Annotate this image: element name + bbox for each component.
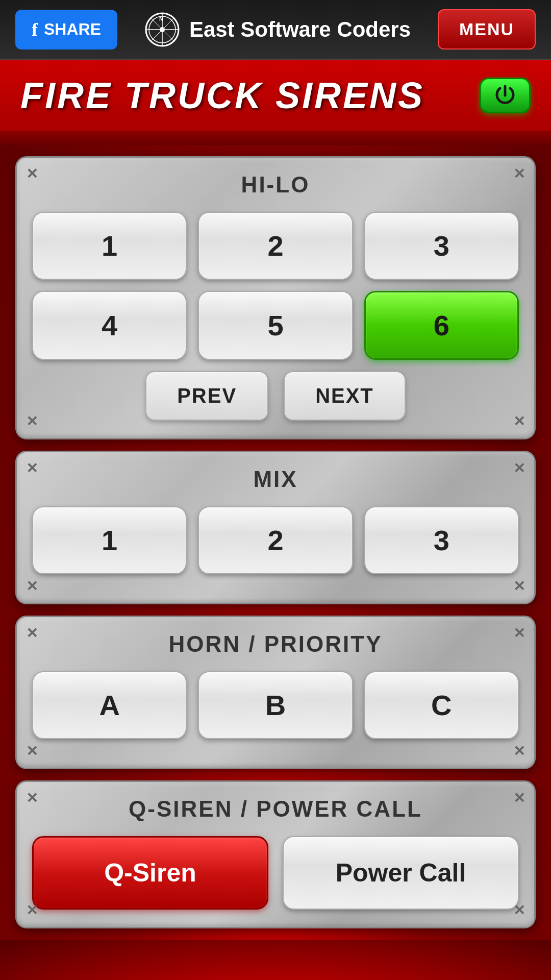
hilo-nav-buttons: PREV NEXT: [32, 371, 519, 421]
horn-btn-c[interactable]: C: [364, 671, 519, 739]
share-label: SHARE: [44, 20, 101, 39]
qsiren-screw-br: ✕: [513, 903, 525, 918]
hilo-panel: ✕ ✕ HI-LO 1 2 3 4 5 6 PREV NEXT: [15, 156, 536, 439]
mix-btn-3[interactable]: 3: [364, 506, 519, 574]
svg-text:N: N: [159, 16, 163, 22]
screw-bl: ✕: [26, 414, 38, 429]
divider: [0, 133, 551, 145]
power-call-button[interactable]: Power Call: [283, 836, 519, 910]
horn-panel-title: HORN / PRIORITY: [32, 631, 519, 657]
facebook-icon: f: [32, 19, 38, 40]
hilo-btn-3[interactable]: 3: [364, 212, 519, 280]
mix-screw-br: ✕: [513, 579, 525, 594]
qsiren-buttons: Q-Siren Power Call: [32, 836, 519, 910]
brand-east: East: [189, 17, 235, 41]
screw-br: ✕: [513, 414, 525, 429]
mix-btn-1[interactable]: 1: [32, 506, 187, 574]
horn-panel: ✕ ✕ HORN / PRIORITY A B C: [15, 616, 536, 769]
hilo-btn-4[interactable]: 4: [32, 291, 187, 360]
mix-panel-title: MIX: [32, 467, 519, 492]
horn-buttons: A B C: [32, 671, 519, 739]
next-button[interactable]: NEXT: [284, 371, 406, 421]
menu-button[interactable]: MENU: [438, 9, 536, 50]
top-bar: f SHARE N East Software Coders MENU: [0, 0, 551, 60]
qsiren-screw-bl: ✕: [26, 903, 38, 918]
qsiren-panel: ✕ ✕ Q-SIREN / POWER CALL Q-Siren Power C…: [15, 780, 536, 928]
hilo-buttons-row1: 1 2 3: [32, 212, 519, 280]
hilo-panel-title: HI-LO: [32, 172, 519, 198]
mix-btn-2[interactable]: 2: [198, 506, 353, 574]
power-icon: [493, 83, 517, 108]
hilo-btn-2[interactable]: 2: [198, 212, 353, 280]
horn-screw-br: ✕: [513, 744, 525, 758]
horn-screw-bl: ✕: [26, 744, 38, 758]
mix-panel: ✕ ✕ MIX 1 2 3: [15, 451, 536, 604]
brand-center: N East Software Coders: [144, 12, 411, 47]
brand-text: East Software Coders: [189, 17, 411, 42]
svg-point-6: [160, 27, 165, 32]
mix-buttons: 1 2 3: [32, 506, 519, 574]
compass-icon: N: [144, 12, 180, 47]
horn-btn-b[interactable]: B: [198, 671, 353, 739]
power-button[interactable]: [480, 78, 531, 113]
title-bar: FIRE TRUCK SIRENS: [0, 60, 551, 133]
hilo-btn-1[interactable]: 1: [32, 212, 187, 280]
q-siren-button[interactable]: Q-Siren: [32, 836, 268, 910]
hilo-buttons-row2: 4 5 6: [32, 291, 519, 360]
hilo-btn-5[interactable]: 5: [198, 291, 353, 360]
prev-button[interactable]: PREV: [145, 371, 268, 421]
page-title: FIRE TRUCK SIRENS: [20, 75, 424, 116]
hilo-btn-6[interactable]: 6: [364, 291, 519, 360]
bottom-area: [0, 940, 551, 980]
horn-btn-a[interactable]: A: [32, 671, 187, 739]
share-button[interactable]: f SHARE: [15, 10, 117, 50]
mix-screw-bl: ✕: [26, 579, 38, 594]
qsiren-panel-title: Q-SIREN / POWER CALL: [32, 796, 519, 822]
brand-rest: Software Coders: [235, 17, 411, 41]
